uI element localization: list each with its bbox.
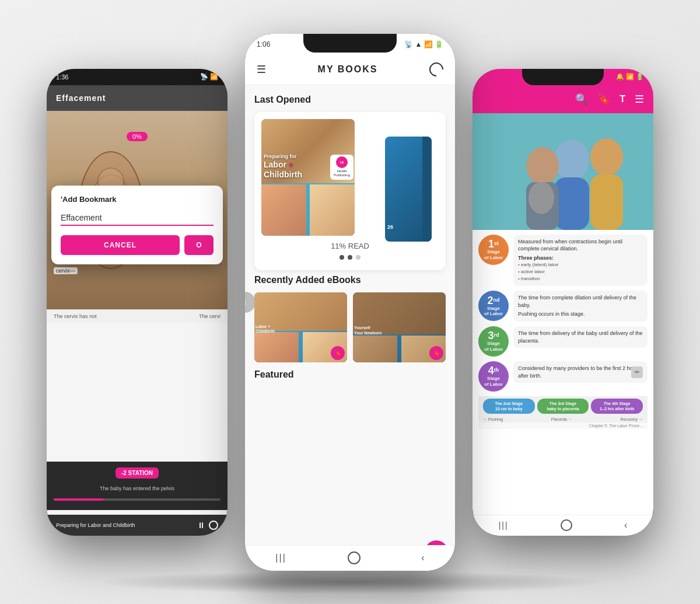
left-header: Effacement xyxy=(47,85,228,111)
left-header-title: Effacement xyxy=(56,93,106,103)
stage-4-desc: Considered by many providers to be the f… xyxy=(513,361,648,383)
small-book-badge-1: 🔖 xyxy=(331,346,345,360)
back-button[interactable]: ‹ xyxy=(421,553,424,563)
hero-couple-illustration xyxy=(473,113,653,230)
home-indicator[interactable] xyxy=(209,521,218,530)
recently-added-title: Recently Added eBooks xyxy=(254,275,446,285)
book-grid: Labor +Childbirth 🔖 YourselfY xyxy=(254,292,446,362)
stages-content: 1st Stage of Labor Measured from when co… xyxy=(473,230,653,434)
second-book-strip xyxy=(422,137,432,242)
stage-3-row: 3rd Stage of Labor The time from deliver… xyxy=(478,326,648,357)
svg-rect-7 xyxy=(590,174,623,230)
cancel-button[interactable]: CANCEL xyxy=(61,235,180,255)
right-toolbar: 🔍 🔖 T ☰ xyxy=(473,85,653,113)
timeline-label-3: Recovery → xyxy=(620,417,643,421)
featured-title: Featured xyxy=(254,369,446,380)
center-bottom-bar: ||| ‹ xyxy=(245,545,455,571)
main-book-cover[interactable]: Preparing forLabor +Childbirth LE Health… xyxy=(261,119,355,236)
left-status-icons: 📡 📶 xyxy=(200,73,218,81)
center-status-icons: 📡 ▲ 📶 🔋 xyxy=(404,40,443,48)
caption-right: The cervi xyxy=(199,313,220,319)
bottom-nav-text: Preparing for Labor and Childbirth xyxy=(56,522,135,528)
svg-rect-5 xyxy=(554,177,589,230)
book-photo-3 xyxy=(310,184,355,236)
right-status-icons: 🔔 📶 🔋 xyxy=(616,73,644,81)
small-book-photo-5 xyxy=(353,336,397,362)
progress-bar xyxy=(54,498,220,501)
stage-1-bullet-1: early (latent) labor xyxy=(518,261,643,268)
timeline-item-1: The 2nd Stage10 cm to baby xyxy=(483,399,535,414)
stage-2-text: The time from complete dilation until de… xyxy=(518,294,643,309)
book-photo-2 xyxy=(261,184,306,236)
right-bottom-bar: ||| ‹ xyxy=(473,515,653,536)
notch-center xyxy=(303,34,397,53)
refresh-icon[interactable] xyxy=(426,60,446,79)
home-button[interactable] xyxy=(348,551,360,564)
svg-point-4 xyxy=(554,139,589,180)
right-home-button[interactable] xyxy=(561,519,572,531)
hamburger-icon[interactable]: ☰ xyxy=(257,63,266,76)
last-opened-card[interactable]: Preparing forLabor +Childbirth LE Health… xyxy=(254,112,446,270)
bookmark-dialog: 'Add Bookmark CANCEL O xyxy=(51,186,223,264)
stages-timeline: The 2nd Stage10 cm to baby The 3rd Stage… xyxy=(478,396,648,416)
card-dots xyxy=(340,255,360,260)
chapter-label: Chapter 5: The Labor Proce... xyxy=(478,423,648,429)
book-title-overlay: Preparing forLabor +Childbirth xyxy=(264,153,320,179)
stage-1-row: 1st Stage of Labor Measured from when co… xyxy=(478,235,648,287)
dialog-title: 'Add Bookmark xyxy=(61,195,214,204)
menu-icon[interactable]: ☰ xyxy=(635,93,644,106)
small-book-1[interactable]: Labor +Childbirth 🔖 xyxy=(254,292,347,362)
pause-icon[interactable]: ⏸ xyxy=(197,521,205,530)
caption-left: The cervix has not xyxy=(54,313,97,319)
search-icon[interactable]: 🔍 xyxy=(575,93,588,106)
timeline-label-1: ← Pushing xyxy=(483,417,503,421)
bottom-bars-icon[interactable]: ||| xyxy=(275,553,286,563)
stage-2-row: 2nd Stage of Labor The time from complet… xyxy=(478,291,648,322)
stage-1-main-text: Measured from when contractions begin un… xyxy=(518,238,643,253)
svg-point-6 xyxy=(590,138,623,176)
hero-image xyxy=(473,113,653,230)
station-section: -2 STATION The baby has entered the pelv… xyxy=(47,462,228,510)
timeline-item-3: The 4th Stage1–2 hrs after birth xyxy=(591,399,643,414)
read-percentage: 11% READ xyxy=(331,242,369,250)
timeline-labels: ← Pushing Placenta → Recovery → xyxy=(478,416,648,423)
featured-section: Featured xyxy=(254,369,446,380)
caption-bar: The cervix has not The cervi xyxy=(47,309,228,323)
couple-svg xyxy=(473,113,653,230)
bottom-indicators: ⏸ xyxy=(197,521,218,530)
last-opened-title: Last Opened xyxy=(254,95,446,105)
stage-1-bullet-2: active labor xyxy=(518,268,643,275)
second-book-preview[interactable]: 26 xyxy=(385,137,432,242)
phone-right: 🔔 📶 🔋 🔍 🔖 T ☰ xyxy=(473,69,653,536)
dialog-buttons: CANCEL O xyxy=(61,235,214,255)
phone-center: 1:06 📡 ▲ 📶 🔋 ☰ MY BOOKS Last Opened xyxy=(245,34,455,571)
ok-button[interactable]: O xyxy=(184,235,214,255)
right-bars-icon[interactable]: ||| xyxy=(499,521,509,530)
stage-4-text: Considered by many providers to be the f… xyxy=(518,365,643,379)
dot-3 xyxy=(356,255,360,260)
text-size-icon[interactable]: T xyxy=(620,94,625,104)
scene-shadow xyxy=(93,571,607,594)
small-book-2[interactable]: YourselfYour Newborn 🔖 xyxy=(353,292,446,362)
small-book-title-1: Labor +Childbirth xyxy=(256,324,331,334)
center-main-content: Last Opened Preparing xyxy=(245,85,455,396)
small-book-photo-2 xyxy=(254,332,299,362)
edit-pencil-icon[interactable]: ✏ xyxy=(631,366,643,378)
timeline-item-2: The 3rd Stagebaby to placenta xyxy=(537,399,589,414)
stage-2-desc: The time from complete dilation until de… xyxy=(513,291,648,322)
scene: 1:36 📡 📶 Effacement 0% xyxy=(29,22,671,582)
stage-2-badge: 2nd Stage of Labor xyxy=(478,291,509,321)
station-badge: -2 STATION xyxy=(116,467,159,479)
progress-fill xyxy=(54,498,104,501)
stage-2-extra: Pushing occurs in this stage. xyxy=(518,310,643,318)
bookmark-icon[interactable]: 🔖 xyxy=(597,93,610,106)
right-back-button[interactable]: ‹ xyxy=(624,520,627,530)
small-book-title-2: YourselfYour Newborn xyxy=(354,326,444,336)
phone-left: 1:36 📡 📶 Effacement 0% xyxy=(47,69,228,536)
bookmark-input[interactable] xyxy=(61,211,214,226)
dot-1 xyxy=(340,255,344,260)
center-navbar: ☰ MY BOOKS xyxy=(245,55,455,85)
book-publisher-logo: LE HealthPublishing xyxy=(330,155,354,179)
le-logo: LE xyxy=(336,156,348,168)
second-book-number: 26 xyxy=(387,224,393,230)
